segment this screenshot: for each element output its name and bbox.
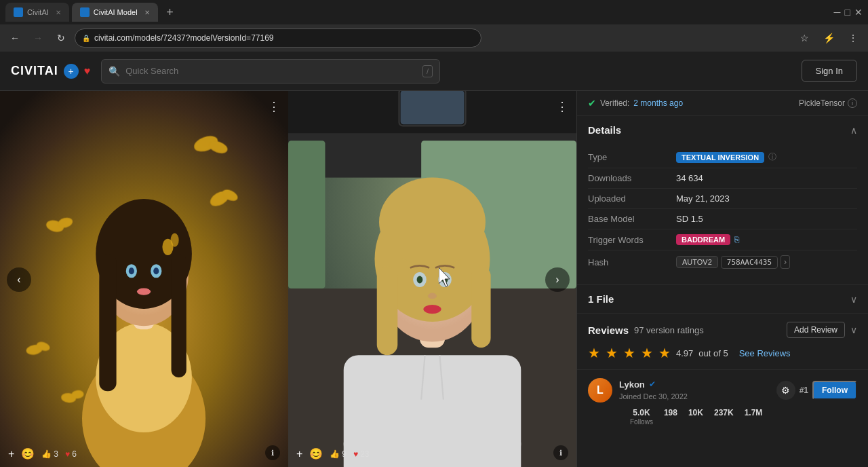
svg-rect-38 bbox=[377, 266, 398, 355]
comment-rank: ⚙ #1 Follow bbox=[776, 381, 857, 400]
tab-bar: CivitAI ✕ CivitAI Model ✕ + ─ □ ✕ bbox=[0, 0, 868, 24]
search-shortcut: / bbox=[422, 65, 433, 77]
type-badge[interactable]: TEXTUAL INVERSION bbox=[676, 152, 764, 163]
svg-point-21 bbox=[154, 267, 159, 274]
copy-trigger-icon[interactable]: ⎘ bbox=[734, 235, 739, 244]
follows-label: Follows bbox=[630, 418, 653, 426]
stat-3: 10K bbox=[688, 408, 703, 426]
details-header[interactable]: Details ∧ bbox=[577, 116, 868, 144]
svg-point-24 bbox=[171, 233, 179, 246]
creator-name: PickleTensor i bbox=[799, 98, 857, 108]
image-menu-button-left[interactable]: ⋮ bbox=[268, 99, 280, 114]
forward-button[interactable]: → bbox=[28, 29, 47, 48]
tab-inactive[interactable]: CivitAI ✕ bbox=[5, 3, 69, 22]
hash-row: Hash AUTOV2 758AAC4435 › bbox=[588, 250, 857, 274]
logo-heart-icon[interactable]: ♥ bbox=[84, 65, 91, 77]
star-5-half: ★ bbox=[658, 345, 671, 361]
logo: CIVITAI + ♥ bbox=[11, 64, 90, 79]
rank-number: #1 bbox=[800, 386, 808, 395]
hearts-count-right: ♥ 23 bbox=[353, 449, 369, 459]
image-actions-left: + 😊 👍 3 ♥ 6 bbox=[8, 447, 77, 460]
search-input[interactable] bbox=[125, 66, 417, 76]
star-1: ★ bbox=[588, 345, 600, 361]
reviews-chevron-icon[interactable]: ∨ bbox=[850, 324, 857, 335]
details-title: Details bbox=[588, 124, 621, 136]
reviews-actions: Add Review ∨ bbox=[787, 322, 857, 338]
base-model-label: Base Model bbox=[588, 214, 676, 224]
reviews-title: Reviews bbox=[588, 324, 629, 336]
info-button-left[interactable]: ℹ bbox=[265, 445, 280, 460]
minimize-button[interactable]: ─ bbox=[834, 7, 841, 18]
type-info-icon[interactable]: ⓘ bbox=[768, 151, 776, 163]
bookmark-button[interactable]: ☆ bbox=[795, 29, 814, 48]
back-button[interactable]: ← bbox=[5, 29, 24, 48]
address-field[interactable]: 🔒 civitai.com/models/72437?modelVersionI… bbox=[75, 29, 481, 48]
logo-plus-button[interactable]: + bbox=[64, 64, 79, 79]
browser-chrome: CivitAI ✕ CivitAI Model ✕ + ─ □ ✕ ← → ↻ … bbox=[0, 0, 868, 52]
extensions-button[interactable]: ⚡ bbox=[819, 29, 838, 48]
close-button[interactable]: ✕ bbox=[854, 7, 863, 18]
details-chevron-icon: ∧ bbox=[850, 125, 857, 136]
maximize-button[interactable]: □ bbox=[845, 7, 850, 18]
svg-rect-16 bbox=[100, 254, 117, 391]
reviews-title-group: Reviews 97 version ratings bbox=[588, 324, 704, 336]
info-button-right[interactable]: ℹ bbox=[553, 445, 568, 460]
image-menu-button-right[interactable]: ⋮ bbox=[556, 99, 568, 114]
image-right bbox=[288, 91, 576, 467]
rating-out-of: out of 5 bbox=[698, 348, 728, 358]
comment-section: L Lykon ✔ Joined Dec 30, 2022 ⚙ #1 Follo… bbox=[577, 370, 868, 442]
main-content: ⋮ ‹ bbox=[0, 91, 868, 467]
tab-active[interactable]: CivitAI Model ✕ bbox=[72, 3, 158, 22]
user-name[interactable]: Lykon bbox=[619, 379, 645, 390]
svg-rect-34 bbox=[344, 355, 521, 467]
trigger-words-label: Trigger Words bbox=[588, 235, 676, 245]
files-title: 1 File bbox=[588, 293, 614, 305]
gallery: ⋮ ‹ bbox=[0, 91, 576, 467]
reviews-section: Reviews 97 version ratings Add Review ∨ … bbox=[577, 314, 868, 370]
star-2: ★ bbox=[606, 345, 618, 361]
files-section: 1 File ∨ bbox=[577, 285, 868, 314]
add-reaction-button-right[interactable]: + bbox=[296, 448, 302, 460]
base-model-value: SD 1.5 bbox=[676, 214, 703, 224]
trigger-words-row: Trigger Words BADDREAM ⎘ bbox=[588, 229, 857, 250]
new-tab-button[interactable]: + bbox=[161, 3, 180, 22]
user-info: Lykon ✔ Joined Dec 30, 2022 bbox=[619, 379, 770, 402]
stat2-value: 198 bbox=[664, 408, 677, 417]
hash-expand-button[interactable]: › bbox=[781, 255, 790, 269]
stat-2: 198 bbox=[664, 408, 677, 426]
gallery-prev-button[interactable]: ‹ bbox=[7, 267, 31, 292]
likes-count-left: 👍 3 bbox=[41, 449, 58, 459]
svg-rect-17 bbox=[172, 254, 186, 377]
add-reaction-button-left[interactable]: + bbox=[8, 448, 14, 460]
emoji-button-left[interactable]: 😊 bbox=[21, 447, 35, 460]
heart-icon-left: ♥ bbox=[65, 449, 70, 459]
image-panel-right[interactable]: ⋮ › bbox=[288, 91, 576, 467]
user-avatar[interactable]: L bbox=[588, 378, 612, 403]
image-panel-left[interactable]: ⋮ ‹ bbox=[0, 91, 288, 467]
svg-point-40 bbox=[379, 178, 486, 267]
reload-button[interactable]: ↻ bbox=[52, 29, 71, 48]
files-header[interactable]: 1 File ∨ bbox=[577, 285, 868, 313]
svg-point-45 bbox=[428, 293, 437, 299]
see-reviews-link[interactable]: See Reviews bbox=[739, 348, 791, 358]
gallery-next-button[interactable]: › bbox=[545, 267, 570, 292]
user-verified-icon: ✔ bbox=[649, 379, 656, 389]
hash-algo-pill[interactable]: AUTOV2 bbox=[676, 256, 718, 268]
user-stats: 5.0K Follows 198 10K 237K bbox=[588, 403, 857, 434]
menu-button[interactable]: ⋮ bbox=[844, 29, 863, 48]
trigger-word-badge[interactable]: BADDREAM bbox=[676, 234, 730, 245]
rating-value: 4.97 bbox=[676, 348, 693, 358]
downloads-value: 34 634 bbox=[676, 173, 703, 183]
search-bar[interactable]: 🔍 / bbox=[101, 59, 440, 83]
uploaded-value: May 21, 2023 bbox=[676, 193, 730, 204]
uploaded-row: Uploaded May 21, 2023 bbox=[588, 189, 857, 209]
search-icon: 🔍 bbox=[108, 66, 120, 77]
verified-bar: ✔ Verified: 2 months ago PickleTensor i bbox=[577, 91, 868, 116]
sign-in-button[interactable]: Sign In bbox=[802, 60, 857, 82]
image-actions-right: + 😊 👍 9 ♥ 23 bbox=[296, 447, 370, 460]
follow-button[interactable]: Follow bbox=[812, 381, 857, 400]
emoji-button-right[interactable]: 😊 bbox=[309, 447, 323, 460]
verified-time-link[interactable]: 2 months ago bbox=[633, 98, 683, 108]
add-review-button[interactable]: Add Review bbox=[787, 322, 845, 338]
creator-info-icon[interactable]: i bbox=[848, 98, 857, 108]
